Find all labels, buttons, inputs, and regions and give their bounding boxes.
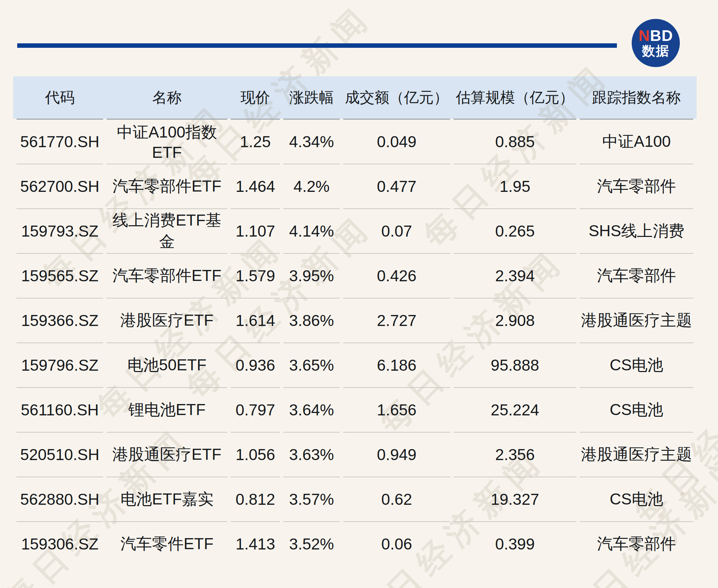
cell-index: 汽车零部件 [580,164,693,209]
table-row: 159565.SZ 汽车零部件ETF 1.579 3.95% 0.426 2.3… [17,254,693,298]
cell-change: 3.95% [283,254,340,298]
nbd-logo-bd: BD [650,27,673,44]
cell-name: 港股医疗ETF [107,298,227,343]
cell-price: 0.812 [231,477,280,522]
table-row: 562880.SH 电池ETF嘉实 0.812 3.57% 0.62 19.32… [17,477,693,522]
cell-turnover: 6.186 [343,343,450,388]
cell-turnover: 0.426 [343,254,450,298]
table-row: 520510.SH 港股通医疗ETF 1.056 3.63% 0.949 2.3… [17,433,693,477]
cell-code: 159793.SZ [17,209,103,254]
cell-name: 电池50ETF [107,343,227,388]
cell-code: 159306.SZ [17,522,103,566]
cell-price: 1.056 [231,433,280,477]
cell-index: 汽车零部件 [580,254,693,298]
cell-price: 0.797 [231,388,280,433]
cell-change: 3.57% [283,477,340,522]
table-row: 159366.SZ 港股医疗ETF 1.614 3.86% 2.727 2.90… [17,298,693,343]
cell-name: 线上消费ETF基金 [107,209,227,254]
col-header-scale: 估算规模（亿元） [454,76,576,120]
cell-code: 562880.SH [17,477,103,522]
cell-turnover: 0.949 [343,433,450,477]
cell-index: 港股通医疗主题 [580,433,693,477]
cell-turnover: 0.049 [343,120,450,164]
cell-scale: 19.327 [454,477,576,522]
table-row: 562700.SH 汽车零部件ETF 1.464 4.2% 0.477 1.95… [17,164,693,209]
table-row: 159793.SZ 线上消费ETF基金 1.107 4.14% 0.07 0.2… [17,209,693,254]
col-header-change: 涨跌幅 [283,76,340,120]
cell-scale: 1.95 [454,164,576,209]
cell-scale: 0.265 [454,209,576,254]
cell-scale: 25.224 [454,388,576,433]
cell-turnover: 0.62 [343,477,450,522]
cell-scale: 0.399 [454,522,576,566]
table-row: 561160.SH 锂电池ETF 0.797 3.64% 1.656 25.22… [17,388,693,433]
cell-price: 1.413 [231,522,280,566]
cell-index: CS电池 [580,388,693,433]
cell-code: 159565.SZ [17,254,103,298]
cell-price: 1.25 [231,120,280,164]
cell-scale: 2.908 [454,298,576,343]
cell-name: 锂电池ETF [107,388,227,433]
col-header-index: 跟踪指数名称 [580,76,693,120]
cell-price: 1.107 [231,209,280,254]
cell-code: 159366.SZ [17,298,103,343]
page: { "brand": { "bar_color": "#0a3e92", "lo… [0,0,718,588]
cell-turnover: 1.656 [343,388,450,433]
cell-turnover: 2.727 [343,298,450,343]
cell-change: 3.86% [283,298,340,343]
cell-change: 4.34% [283,120,340,164]
cell-price: 1.464 [231,164,280,209]
cell-name: 汽车零部件ETF [107,164,227,209]
cell-index: 中证A100 [580,120,693,164]
cell-name: 汽车零部件ETF [107,254,227,298]
nbd-logo-subtext: 数据 [642,44,670,59]
cell-index: CS电池 [580,477,693,522]
col-header-name: 名称 [107,76,227,120]
table-row: 561770.SH 中证A100指数ETF 1.25 4.34% 0.049 0… [17,120,693,164]
cell-index: 汽车零部件 [580,522,693,566]
cell-index: 港股通医疗主题 [580,298,693,343]
col-header-price: 现价 [231,76,280,120]
table-row: 159796.SZ 电池50ETF 0.936 3.65% 6.186 95.8… [17,343,693,388]
cell-scale: 2.394 [454,254,576,298]
nbd-logo-n: N [639,27,650,44]
cell-index: CS电池 [580,343,693,388]
cell-price: 0.936 [231,343,280,388]
cell-turnover: 0.07 [343,209,450,254]
cell-price: 1.614 [231,298,280,343]
nbd-logo: NBD 数据 [632,19,680,67]
col-header-turnover: 成交额（亿元） [343,76,450,120]
cell-code: 159796.SZ [17,343,103,388]
etf-table: 代码 名称 现价 涨跌幅 成交额（亿元） 估算规模（亿元） 跟踪指数名称 561… [13,76,697,566]
cell-index: SHS线上消费 [580,209,693,254]
col-header-code: 代码 [17,76,103,120]
cell-scale: 2.356 [454,433,576,477]
cell-code: 561160.SH [17,388,103,433]
cell-turnover: 0.06 [343,522,450,566]
cell-scale: 0.885 [454,120,576,164]
cell-price: 1.579 [231,254,280,298]
cell-change: 3.63% [283,433,340,477]
table-header-row: 代码 名称 现价 涨跌幅 成交额（亿元） 估算规模（亿元） 跟踪指数名称 [17,76,693,120]
cell-name: 汽车零件ETF [107,522,227,566]
nbd-logo-text: NBD [639,28,673,44]
cell-scale: 95.888 [454,343,576,388]
cell-code: 562700.SH [17,164,103,209]
cell-name: 港股通医疗ETF [107,433,227,477]
cell-change: 3.65% [283,343,340,388]
cell-change: 4.14% [283,209,340,254]
cell-name: 电池ETF嘉实 [107,477,227,522]
top-rule [17,43,617,48]
cell-code: 561770.SH [17,120,103,164]
cell-code: 520510.SH [17,433,103,477]
table-row: 159306.SZ 汽车零件ETF 1.413 3.52% 0.06 0.399… [17,522,693,566]
cell-change: 3.64% [283,388,340,433]
cell-turnover: 0.477 [343,164,450,209]
cell-change: 4.2% [283,164,340,209]
cell-change: 3.52% [283,522,340,566]
cell-name: 中证A100指数ETF [107,120,227,164]
